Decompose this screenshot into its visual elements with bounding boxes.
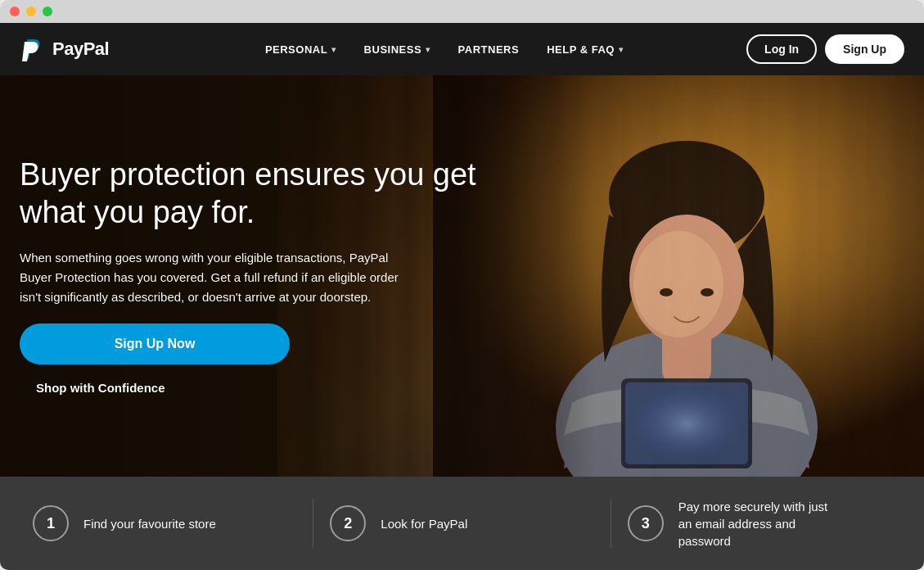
window-chrome bbox=[0, 0, 924, 23]
page-wrapper: PayPal PERSONAL ▾ BUSINESS ▾ PARTNERS HE… bbox=[0, 23, 924, 570]
hero-content: Buyer protection ensures you get what yo… bbox=[0, 75, 508, 477]
hero-secondary-link-area: Shop with Confidence bbox=[20, 381, 484, 396]
step-divider-2 bbox=[611, 499, 611, 548]
maximize-dot[interactable] bbox=[43, 7, 52, 16]
minimize-dot[interactable] bbox=[26, 7, 36, 16]
svg-point-8 bbox=[701, 288, 714, 296]
logo-text: PayPal bbox=[52, 38, 109, 60]
hero-cta-area: Sign Up Now bbox=[20, 323, 484, 364]
hero-headline: Buyer protection ensures you get what yo… bbox=[20, 156, 484, 231]
step-1-number: 1 bbox=[33, 505, 69, 541]
login-button[interactable]: Log In bbox=[746, 34, 817, 64]
signup-button[interactable]: Sign Up bbox=[825, 34, 904, 64]
close-dot[interactable] bbox=[10, 7, 20, 16]
step-2-text: Look for PayPal bbox=[381, 515, 467, 532]
chevron-down-icon: ▾ bbox=[426, 45, 430, 54]
step-3-text: Pay more securely with just an email add… bbox=[678, 498, 842, 550]
step-1-text: Find your favourite store bbox=[83, 515, 216, 532]
chevron-down-icon: ▾ bbox=[619, 45, 624, 54]
nav-item-help[interactable]: HELP & FAQ ▾ bbox=[535, 37, 634, 62]
nav-actions: Log In Sign Up bbox=[746, 34, 904, 64]
step-3-number: 3 bbox=[628, 505, 664, 541]
step-1: 1 Find your favourite store bbox=[33, 505, 296, 541]
steps-bar: 1 Find your favourite store 2 Look for P… bbox=[0, 477, 924, 570]
shop-with-confidence-link[interactable]: Shop with Confidence bbox=[36, 381, 165, 395]
nav-item-personal[interactable]: PERSONAL ▾ bbox=[254, 37, 348, 62]
svg-point-7 bbox=[660, 288, 673, 296]
hero-body-text: When something goes wrong with your elig… bbox=[20, 248, 412, 307]
svg-rect-11 bbox=[625, 382, 748, 464]
chevron-down-icon: ▾ bbox=[331, 45, 336, 54]
step-2: 2 Look for PayPal bbox=[330, 505, 593, 541]
step-divider-1 bbox=[313, 499, 313, 548]
sign-up-now-button[interactable]: Sign Up Now bbox=[20, 323, 290, 364]
logo-area[interactable]: PayPal bbox=[20, 36, 109, 62]
nav-item-partners[interactable]: PARTNERS bbox=[447, 37, 531, 62]
nav-links: PERSONAL ▾ BUSINESS ▾ PARTNERS HELP & FA… bbox=[142, 37, 746, 62]
step-2-number: 2 bbox=[330, 505, 366, 541]
hero-section: Buyer protection ensures you get what yo… bbox=[0, 75, 924, 477]
svg-point-6 bbox=[633, 231, 723, 337]
nav-item-business[interactable]: BUSINESS ▾ bbox=[353, 37, 442, 62]
navbar: PayPal PERSONAL ▾ BUSINESS ▾ PARTNERS HE… bbox=[0, 23, 924, 75]
step-3: 3 Pay more securely with just an email a… bbox=[628, 498, 891, 550]
paypal-logo-icon bbox=[20, 36, 46, 62]
